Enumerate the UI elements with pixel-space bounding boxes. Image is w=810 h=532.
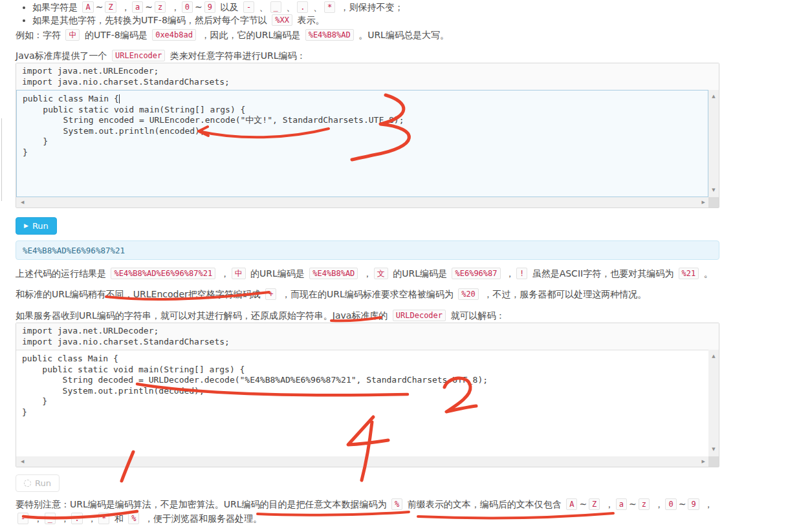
run-output-box: %E4%B8%AD%E6%96%87%21 [16,240,719,260]
code-editor-urlencoder: import java.net.URLEncoder; import java.… [16,63,719,208]
inline-code: 中 [65,29,80,41]
inline-code: URLDecoder [393,310,446,321]
inline-code: 9 [688,498,699,510]
paragraph-space-encoding-note: 和标准的URL编码稍有不同，URLEncoder把空格字符编码成 + ，而现在的… [16,288,646,301]
inline-code: 0xe4b8ad [152,29,196,41]
inline-code: * [324,1,335,13]
inline-code: a [132,1,143,13]
inline-code: %21 [679,268,699,279]
horizontal-scrollbar[interactable]: ◀ ▶ [16,456,719,467]
run-button[interactable]: ▶ Run [16,217,57,235]
inline-code: A [82,1,93,13]
scroll-right-icon[interactable]: ▶ [702,200,705,205]
paragraph-urlencoder-intro: Java标准库提供了一个 URLEncoder 类来对任意字符串进行URL编码： [16,49,306,63]
inline-code: ! [516,268,527,279]
inline-code: A [566,498,577,510]
scroll-left-icon[interactable]: ◀ [21,200,24,205]
code-editable-area[interactable]: public class Main { public static void m… [16,90,708,197]
inline-code: * [98,513,109,524]
inline-code: %E4%B8%AD%E6%96%87%21 [111,268,215,279]
inline-code: - [17,513,28,524]
encoding-rule-item: 如果是其他字符，先转换为UTF-8编码，然后对每个字节以 %XX 表示。 [32,14,404,27]
vertical-scrollbar[interactable]: ▲ ▼ [708,350,719,456]
code-content: public class Main { public static void m… [16,350,708,421]
code-editor-urldecoder: import java.net.URLDecoder; import java.… [16,323,719,467]
scroll-up-icon[interactable]: ▲ [712,354,715,359]
inline-code: Z [105,1,116,13]
inline-code: a [616,498,627,510]
code-editor-main: public class Main { public static void m… [16,350,719,456]
inline-code: %E4%B8%AD [305,29,354,41]
code-imports: import java.net.URLDecoder; import java.… [16,323,719,350]
tutorial-page: 如果字符是 A~Z ，a~z ，0~9 以及 - 、_ 、. 、* ，则保持不变… [0,0,810,532]
paragraph-final-note: 要特别注意：URL编码是编码算法，不是加密算法。URL编码的目的是把任意文本数据… [16,497,719,526]
scroll-right-icon[interactable]: ▶ [702,460,705,464]
paragraph-run-result: 上述代码的运行结果是 %E4%B8%AD%E6%96%87%21 ，中 的URL… [16,267,713,281]
spinner-icon [24,480,31,487]
code-content: public class Main { public static void m… [17,90,708,162]
inline-code: 中 [232,268,246,279]
inline-code: 9 [204,1,215,13]
encoding-rule-item: 如果字符是 A~Z ，a~z ，0~9 以及 - 、_ 、. 、* ，则保持不变… [32,1,404,14]
inline-code: _ [45,513,56,524]
scrollbar-thumb[interactable] [708,456,719,467]
code-editor-main: public class Main { public static void m… [16,90,719,197]
inline-code: . [297,1,308,13]
inline-code: 0 [665,498,676,510]
inline-code: URLEncoder [112,50,165,61]
run-button-label: Run [32,221,49,231]
inline-code: % [391,498,402,510]
scroll-left-icon[interactable]: ◀ [21,460,24,464]
code-editable-area[interactable]: public class Main { public static void m… [16,350,708,456]
inline-code: %XX [272,14,292,26]
scrollbar-thumb[interactable] [708,197,719,207]
paragraph-urldecoder-intro: 如果服务器收到URL编码的字符串，就可以对其进行解码，还原成原始字符串。Java… [16,309,505,323]
inline-code: 文 [374,268,388,279]
encoding-rules-list: 如果字符是 A~Z ，a~z ，0~9 以及 - 、_ 、. 、* ，则保持不变… [22,1,404,27]
horizontal-scrollbar[interactable]: ◀ ▶ [16,197,719,207]
text-cursor [119,94,120,103]
inline-code: z [155,1,166,13]
scroll-down-icon[interactable]: ▼ [712,447,715,452]
run-button-label: Run [35,478,51,488]
inline-code: _ [270,1,281,13]
inline-code: . [71,513,82,524]
vertical-scrollbar[interactable]: ▲ ▼ [708,90,719,197]
scroll-up-icon[interactable]: ▲ [712,94,715,99]
paragraph-utf8-example: 例如：字符 中 的UTF-8编码是 0xe4b8ad ，因此，它的URL编码是 … [16,28,449,42]
inline-code: %E4%B8%AD [309,268,358,279]
code-imports: import java.net.URLEncoder; import java.… [16,63,719,90]
inline-code: + [265,288,276,300]
inline-code: 0 [182,1,193,13]
inline-code: % [128,513,139,524]
inline-code: %E6%96%87 [452,268,500,279]
inline-code: %20 [458,288,479,300]
scroll-down-icon[interactable]: ▼ [712,188,715,193]
inline-code: - [243,1,254,13]
inline-code: Z [589,498,600,510]
run-button-disabled[interactable]: Run [16,474,60,492]
play-icon: ▶ [24,223,28,229]
sidebar-divider-line [1,118,2,201]
inline-code: z [639,498,650,510]
